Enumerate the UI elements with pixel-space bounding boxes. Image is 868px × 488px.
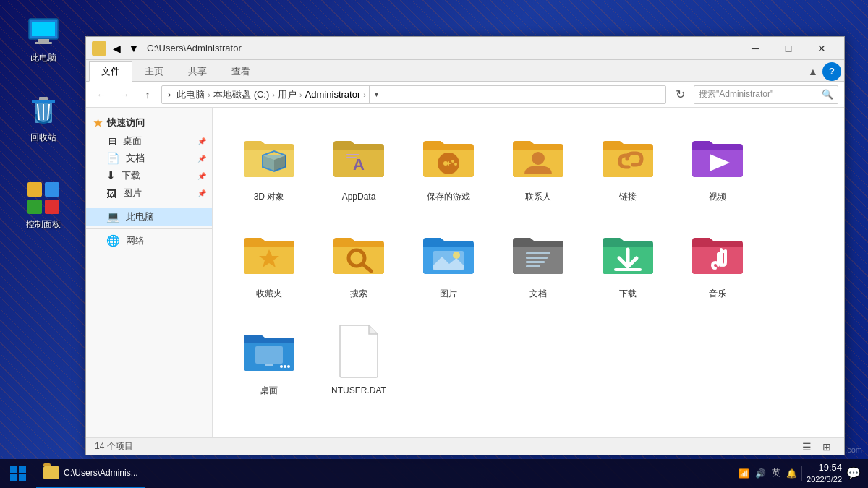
file-item-saved-games[interactable]: 保存的游戏 [405,121,492,215]
explorer-window: ◀ ▼ C:\Users\Administrator ─ □ ✕ 文件 主页 共… [85,36,845,455]
file-icon-downloads [599,225,657,283]
sidebar-item-desktop[interactable]: 🖥 桌面 📌 [86,132,212,150]
file-label-3d-objects: 3D 对象 [254,192,285,203]
refresh-button[interactable]: ↻ [671,85,689,104]
file-item-desktop[interactable]: 桌面 [226,314,312,408]
desktop-icon-recycle-bin[interactable]: 回收站 [14,94,72,144]
svg-rect-3 [35,42,52,44]
breadcrumb-administrator[interactable]: Administrator [305,89,361,100]
svg-rect-7 [27,182,42,197]
title-bar-icons: ◀ ▼ [92,41,141,56]
sidebar-item-pictures[interactable]: 🖼 图片 📌 [86,184,212,202]
pin-icon-pictures: 📌 [197,189,206,197]
file-item-favorites[interactable]: 收藏夹 [226,218,312,312]
file-item-appdata[interactable]: A AppData [315,121,402,215]
sidebar-this-pc-label: 此电脑 [126,210,154,223]
file-item-pictures[interactable]: 图片 [405,218,492,312]
file-item-videos[interactable]: 视频 [674,121,761,215]
taskbar: C:\Users\Adminis... 📶 🔊 英 🔔 19:54 2022/3… [0,459,868,488]
file-label-videos: 视频 [709,192,726,203]
desktop-icon-control-panel[interactable]: 控制面板 [14,181,72,231]
folder-icon-small [92,41,106,56]
maximize-button[interactable]: □ [772,37,805,60]
this-pc-icon [26,14,61,49]
minimize-button[interactable]: ─ [739,37,772,60]
status-right: ☰ ⊞ [798,440,835,454]
file-item-links[interactable]: 链接 [584,121,671,215]
downloads-icon-sidebar: ⬇ [106,169,116,182]
back-button[interactable]: ← [92,85,111,104]
up-button[interactable]: ↑ [138,85,157,104]
title-bar-path: C:\Users\Administrator [147,43,739,53]
network-tray-icon[interactable]: 📶 [739,468,749,479]
back-nav-icon[interactable]: ◀ [109,41,124,56]
svg-point-22 [451,160,454,163]
file-label-contacts: 联系人 [525,192,551,203]
forward-button[interactable]: → [115,85,134,104]
file-icon-saved-games [420,128,477,186]
tab-home[interactable]: 主页 [132,61,176,81]
sidebar-item-downloads[interactable]: ⬇ 下载 📌 [86,167,212,184]
svg-rect-45 [19,474,26,481]
start-button[interactable] [0,459,36,488]
tab-share[interactable]: 共享 [176,61,219,81]
this-pc-icon-sidebar: 💻 [106,210,120,223]
file-item-ntuser[interactable]: NTUSER.DAT [315,314,402,408]
tab-file[interactable]: 文件 [89,61,132,82]
file-label-saved-games: 保存的游戏 [427,192,470,203]
file-icon-appdata: A [330,128,388,186]
sidebar-item-documents[interactable]: 📄 文档 📌 [86,150,212,167]
recycle-bin-icon [26,94,61,129]
svg-point-39 [287,365,290,368]
file-item-searches[interactable]: 搜索 [315,218,402,312]
breadcrumb-c-drive[interactable]: 本地磁盘 (C:) [213,88,269,101]
file-item-downloads[interactable]: 下载 [584,218,671,312]
search-box[interactable]: 搜索"Administrator" 🔍 [694,85,838,104]
ribbon-collapse-button[interactable]: ▲ [804,62,822,81]
notification-tray-icon[interactable]: 🔔 [786,468,797,479]
desktop-icon-this-pc[interactable]: 此电脑 [14,14,72,64]
breadcrumb-dropdown[interactable]: ▼ [369,85,383,104]
file-icon-pictures [420,225,477,283]
grid-view-button[interactable]: ⊞ [818,440,835,454]
item-count: 14 个项目 [95,440,133,453]
taskbar-time: 19:54 [807,461,842,474]
desktop-icon-sidebar: 🖥 [106,135,117,147]
svg-point-23 [454,163,457,166]
list-view-button[interactable]: ☰ [798,440,815,454]
file-label-documents: 文档 [529,288,547,300]
sidebar-downloads-label: 下载 [122,169,140,182]
file-grid: 3D 对象 A AppData [213,108,844,437]
sidebar-item-this-pc[interactable]: 💻 此电脑 [86,208,212,226]
breadcrumb-arrow-start: › [168,89,171,100]
file-item-contacts[interactable]: 联系人 [495,121,582,215]
taskbar-explorer-item[interactable]: C:\Users\Adminis... [36,459,145,488]
svg-rect-34 [526,265,540,267]
sidebar-item-network[interactable]: 🌐 网络 [86,232,212,249]
file-icon-ntuser [330,322,388,380]
sidebar: ★ 快速访问 🖥 桌面 📌 📄 文档 📌 ⬇ 下载 📌 🖼 图片 � [86,108,213,437]
help-button[interactable]: ? [822,62,841,81]
file-item-3d-objects[interactable]: 3D 对象 [226,121,312,215]
tab-view[interactable]: 查看 [219,61,263,81]
svg-rect-40 [255,346,283,364]
search-placeholder: 搜索"Administrator" [699,88,773,100]
quick-access-section[interactable]: ★ 快速访问 [86,114,212,132]
file-label-ntuser: NTUSER.DAT [331,385,386,397]
star-icon: ★ [93,117,103,129]
file-item-music[interactable]: 音乐 [674,218,761,312]
file-label-searches: 搜索 [350,288,367,300]
file-item-documents[interactable]: 文档 [495,218,582,312]
svg-rect-17 [346,157,357,158]
language-indicator[interactable]: 英 [772,467,780,479]
file-label-appdata: AppData [342,192,376,203]
action-center-icon[interactable]: 💬 [846,466,861,481]
forward-nav-icon[interactable]: ▼ [127,41,141,56]
close-button[interactable]: ✕ [805,37,838,60]
documents-icon-sidebar: 📄 [106,152,120,165]
breadcrumb-this-pc[interactable]: 此电脑 [176,88,205,101]
breadcrumb-users[interactable]: 用户 [278,88,297,101]
taskbar-clock[interactable]: 19:54 2022/3/22 [807,461,842,486]
breadcrumb[interactable]: › 此电脑 › 本地磁盘 (C:) › 用户 › Administrator ›… [161,85,666,104]
volume-tray-icon[interactable]: 🔊 [755,468,766,479]
